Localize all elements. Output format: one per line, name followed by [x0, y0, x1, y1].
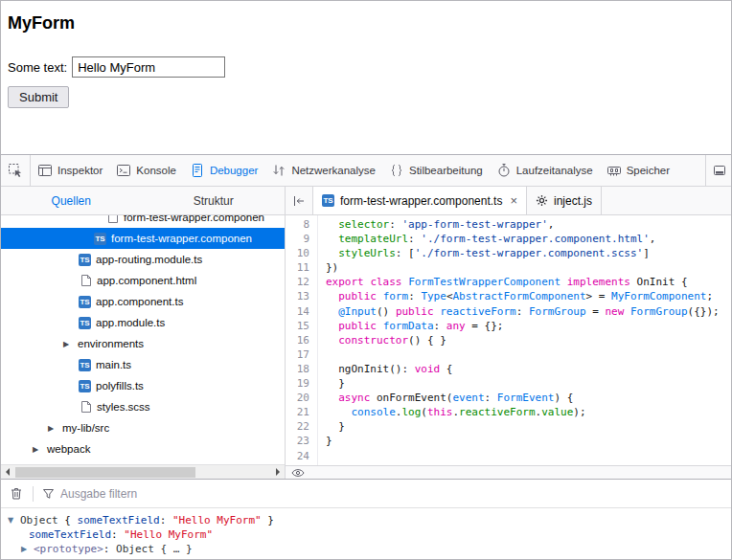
funnel-icon: [42, 488, 55, 500]
console-token: :: [103, 543, 116, 555]
devtools-tab-debugger[interactable]: Debugger: [183, 155, 265, 186]
code-lines: selector: 'app-form-test-wrapper', templ…: [318, 215, 732, 465]
devtools-tab-netzwerkanalyse[interactable]: Netzwerkanalyse: [264, 155, 382, 186]
tree-item-5[interactable]: TSapp.module.ts: [0, 312, 285, 333]
some-text-input[interactable]: [72, 56, 225, 78]
code-token: );: [573, 406, 585, 418]
line-number[interactable]: 14: [286, 304, 309, 319]
tree-item-2[interactable]: TSapp-routing.module.ts: [0, 249, 285, 270]
scrollbar-track[interactable]: [14, 465, 270, 479]
line-number[interactable]: 11: [286, 260, 309, 275]
dock-side-button[interactable]: [705, 155, 732, 186]
source-tab[interactable]: inject.js: [527, 187, 602, 214]
console-token: Object { … }: [116, 543, 192, 555]
scroll-left-button[interactable]: [0, 465, 14, 479]
line-number[interactable]: 17: [286, 347, 309, 362]
tree-item-label: form-test-wrapper.componen: [124, 215, 264, 223]
code-line: }: [326, 419, 732, 434]
devtools-tab-inspektor[interactable]: Inspektor: [31, 155, 109, 186]
blackbox-toggle-button[interactable]: [291, 468, 305, 478]
code-token: =: [586, 305, 606, 318]
devtools-tab-laufzeitanalyse[interactable]: Laufzeitanalyse: [490, 155, 600, 186]
debugger-panel: QuellenStruktur form-test-wrapper.compon…: [0, 187, 732, 479]
code-token: selector: [338, 218, 389, 231]
line-number[interactable]: 19: [286, 376, 309, 391]
devtools-tab-speicher[interactable]: Speicher: [600, 155, 676, 186]
tree-item-4[interactable]: TSapp.component.ts: [0, 291, 285, 312]
line-number[interactable]: 18: [286, 362, 309, 376]
scrollbar-thumb[interactable]: [15, 467, 195, 478]
source-tab[interactable]: TSform-test-wrapper.component.ts×: [312, 187, 527, 214]
tree-item-0[interactable]: form-test-wrapper.componen: [0, 215, 285, 228]
console-token: someTextField: [29, 528, 111, 541]
console-row-1: someTextField: "Hello MyForm": [0, 527, 732, 542]
code-line: }): [326, 260, 732, 275]
filter-output-input[interactable]: [60, 487, 271, 501]
tree-item-6[interactable]: ▶environments: [0, 333, 285, 354]
line-number[interactable]: 15: [286, 319, 309, 333]
tree-item-1[interactable]: TSform-test-wrapper.componen: [0, 228, 285, 249]
code-token: FormTestWrapperComponent: [408, 276, 560, 288]
devtools-tab-label: Konsole: [136, 165, 176, 176]
code-token: reactiveForm: [440, 305, 515, 318]
code-token: void: [415, 363, 441, 375]
line-number[interactable]: 24: [286, 449, 309, 463]
devtools-tab-konsole[interactable]: Konsole: [109, 155, 183, 186]
tree-item-10[interactable]: ▶my-lib/src: [0, 417, 285, 438]
stopwatch-icon: [496, 163, 512, 178]
line-number[interactable]: 13: [286, 289, 309, 303]
code-token: async: [338, 392, 370, 404]
tree-item-label: styles.scss: [97, 401, 150, 413]
tree-item-8[interactable]: TSpolyfills.ts: [0, 375, 285, 396]
source-tabs: TSform-test-wrapper.component.ts×inject.…: [312, 187, 602, 214]
tree-item-9[interactable]: styles.scss: [0, 396, 285, 417]
tree-item-11[interactable]: ▶webpack: [0, 438, 285, 459]
code-line: constructor() { }: [326, 333, 732, 347]
memory-icon: [606, 163, 622, 178]
gear-icon: [536, 194, 548, 207]
dock-icon: [712, 163, 727, 178]
code-editor[interactable]: 89101112131415161718192021222324 selecto…: [286, 215, 732, 465]
line-number[interactable]: 22: [286, 419, 309, 434]
code-token: }: [326, 377, 345, 390]
typescript-icon: TS: [79, 296, 91, 308]
twisty-expanded-icon[interactable]: ▼: [8, 516, 20, 525]
code-token: : [: [396, 247, 415, 259]
console-token: Object: [20, 514, 64, 526]
tree-item-label: app.module.ts: [96, 317, 165, 328]
web-page: MyForm Some text: Submit: [0, 0, 732, 154]
code-line: console.log(this.reactiveForm.value);: [326, 405, 732, 419]
tree-horizontal-scrollbar[interactable]: [0, 464, 285, 479]
devtools: InspektorKonsoleDebuggerNetzwerkanalyseS…: [0, 154, 732, 560]
code-token: [377, 320, 383, 332]
line-number[interactable]: 20: [286, 391, 309, 405]
code-token: templateUrl: [338, 233, 408, 245]
close-tab-icon[interactable]: ×: [510, 193, 517, 208]
console-row-0[interactable]: ▼Object { someTextField: "Hello MyForm" …: [0, 513, 732, 527]
code-token: (): [377, 305, 396, 318]
line-number[interactable]: 12: [286, 275, 309, 289]
line-number[interactable]: 16: [286, 333, 309, 347]
collapse-sources-button[interactable]: [286, 187, 312, 214]
submit-button[interactable]: Submit: [8, 86, 69, 108]
line-number[interactable]: 10: [286, 246, 309, 260]
panel-tab-quellen[interactable]: Quellen: [0, 187, 143, 214]
clear-console-button[interactable]: [0, 486, 33, 501]
code-line: selector: 'app-form-test-wrapper',: [326, 217, 732, 232]
code-token: event: [452, 392, 484, 404]
console-row-2[interactable]: ▶<prototype>: Object { … }: [0, 542, 732, 556]
line-number[interactable]: 21: [286, 405, 309, 419]
tree-item-3[interactable]: app.component.html: [0, 270, 285, 291]
devtools-tab-stilbearbeitung[interactable]: Stilbearbeitung: [382, 155, 490, 186]
line-number[interactable]: 23: [286, 434, 309, 448]
line-number[interactable]: 8: [286, 217, 309, 232]
panel-tab-struktur[interactable]: Struktur: [143, 187, 286, 214]
code-token: styleUrls: [338, 247, 396, 259]
tree-item-7[interactable]: TSmain.ts: [0, 354, 285, 375]
line-number[interactable]: 9: [286, 232, 309, 246]
scroll-right-button[interactable]: [270, 465, 285, 479]
element-picker-button[interactable]: [0, 155, 31, 186]
code-line: styleUrls: ['./form-test-wrapper.compone…: [326, 246, 732, 260]
chevron-right-icon: ▶: [48, 424, 57, 433]
twisty-collapsed-icon[interactable]: ▶: [21, 545, 34, 553]
